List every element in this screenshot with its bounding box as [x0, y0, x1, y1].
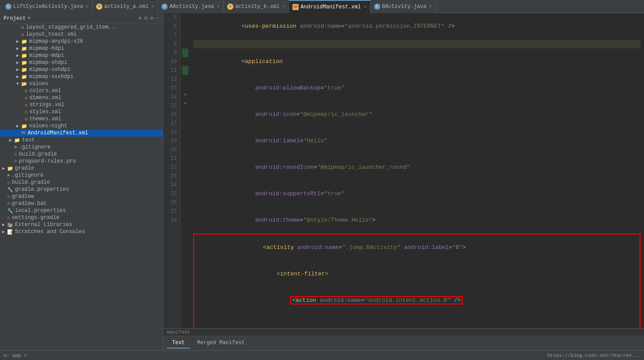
code-line-15: <intent-filter> [194, 261, 640, 287]
gutter: ▼ ▼ [181, 13, 190, 328]
xml-file-icon: ≋ [25, 88, 28, 94]
tab-bactivity[interactable]: C BActivity.java × [371, 0, 436, 13]
folder-icon: 📁 [21, 67, 27, 73]
gradlew-file-icon: ⚙ [7, 194, 10, 200]
sidebar-item-scratches[interactable]: ▶ 📝 Scratches and Consoles [0, 228, 163, 235]
minimize-icon[interactable]: — [156, 15, 159, 22]
sidebar-item-settings-gradle[interactable]: ⚙ settings.gradle [0, 214, 163, 221]
sidebar-item-gradlew-bat[interactable]: ≡ gradlew.bat [0, 200, 163, 207]
sidebar-item-mipmap-xxhdpi[interactable]: ▶ 📁 mipmap-xxhdpi [0, 66, 163, 73]
code-content[interactable]: <uses-permission android:name="android.p… [190, 13, 644, 328]
sidebar-item-layout-toast[interactable]: ≋ layout_toast.xml [0, 31, 163, 38]
tab-close-lifecycle[interactable]: × [86, 4, 89, 9]
git-file-icon: ⚑ [14, 145, 17, 150]
tab-close-aactivity[interactable]: × [217, 4, 220, 9]
sidebar-item-colors[interactable]: ≋ colors.xml [0, 87, 163, 94]
sidebar-item-mipmap-xxxhdpi[interactable]: ▶ 📁 mipmap-xxxhdpi [0, 73, 163, 80]
fold-arrow-14[interactable]: ▼ [181, 93, 190, 101]
image-gutter-9 [182, 48, 188, 57]
code-line-14: <activity android:name=".jump.BActivity"… [194, 234, 640, 261]
code-container: 5 6 7 8 9 10 11 12 13 14 15 16 17 18 19 … [163, 13, 644, 328]
tab-aactivity[interactable]: C AActivity.java × [158, 0, 223, 13]
code-line-17 [194, 314, 640, 323]
code-line-16: <action android:name="android.intent.act… [194, 287, 640, 314]
folder-icon: 📁 [21, 60, 27, 66]
tab-activity-b[interactable]: X activity_b.xml × [224, 0, 289, 13]
tab-close-bactivity[interactable]: × [429, 4, 432, 9]
dropdown-arrow-icon[interactable]: ▼ [27, 16, 30, 21]
tab-activity-a[interactable]: X activity_a.xml × [93, 0, 158, 13]
sidebar-item-values-night[interactable]: ▶ 📁 values-night [0, 122, 163, 130]
code-line-7: <application [193, 48, 640, 75]
code-line-12: android:supportsRtl="true" [193, 181, 640, 207]
main-area: Project ▼ ⊕ ⊟ ⚙ — ≋ layout_staggered_gri… [0, 13, 644, 350]
image-gutter-11 [182, 66, 188, 75]
sidebar-item-build-gradle1[interactable]: ⚙ build.gradle [0, 151, 163, 158]
sidebar-item-gradle-folder[interactable]: ▶ 📁 gradle [0, 165, 163, 172]
status-right: https://blog.csdn.net/YKarren... [547, 353, 640, 358]
collapse-icon[interactable]: ⊟ [144, 15, 147, 22]
scratch-icon: 📝 [7, 229, 13, 235]
sidebar-item-gradle-properties[interactable]: 🔧 gradle.properties [0, 186, 163, 193]
xml-file-icon: ≋ [21, 32, 24, 37]
sidebar-item-gradlew[interactable]: ⚙ gradlew [0, 193, 163, 200]
settings-icon[interactable]: ⚙ [150, 15, 154, 22]
editor-area: 5 6 7 8 9 10 11 12 13 14 15 16 17 18 19 … [163, 13, 644, 350]
tab-merged-manifest[interactable]: Merged Manifest [192, 338, 250, 349]
gradle-file-icon: ⚙ [7, 180, 10, 186]
bat-file-icon: ≡ [7, 201, 10, 206]
sidebar-item-mipmap-xhdpi[interactable]: ▶ 📁 mipmap-xhdpi [0, 59, 163, 66]
tab-lifecycle[interactable]: C LiftCycleActivity.java × [2, 0, 93, 13]
sidebar-item-styles[interactable]: ≋ styles.xml [0, 108, 163, 115]
txt-file-icon: ≡ [14, 159, 17, 164]
sidebar-toolbar: ⊕ ⊟ ⚙ — [139, 15, 159, 22]
tab-icon-aactivity: C [161, 4, 168, 10]
status-left: n: app × [4, 353, 27, 358]
tab-label-aactivity: AActivity.java [169, 4, 214, 10]
sidebar-item-proguard[interactable]: ≡ proguard-rules.pro [0, 158, 163, 165]
sidebar-item-dimens[interactable]: ≋ dimens.xml [0, 94, 163, 101]
sidebar-item-local-properties[interactable]: 🔧 local.properties [0, 207, 163, 214]
tab-label-bactivity: BActivity.java [382, 4, 427, 10]
tab-close-activity-a[interactable]: × [151, 4, 154, 9]
sidebar-item-strings[interactable]: ≋ strings.xml [0, 101, 163, 108]
fold-arrow-15[interactable]: ▼ [181, 101, 190, 110]
sidebar-item-test[interactable]: ▶ 📁 test [0, 137, 163, 144]
library-icon: 📚 [7, 222, 13, 228]
sidebar-item-android-manifest[interactable]: MF AndroidManifest.xml [0, 130, 163, 137]
folder-icon: 📁 [7, 166, 13, 171]
tab-label-activity-a: activity_a.xml [104, 4, 149, 10]
sidebar-item-external-libraries[interactable]: ▶ 📚 External Libraries [0, 221, 163, 228]
sidebar-item-gitignore2[interactable]: ⚑ .gitignore [0, 172, 163, 179]
gradle-file-icon: ⚙ [14, 152, 17, 157]
line-numbers: 5 6 7 8 9 10 11 12 13 14 15 16 17 18 19 … [163, 13, 181, 328]
sidebar-item-themes[interactable]: ≋ themes.xml [0, 115, 163, 122]
tab-icon-activity-a: X [96, 4, 102, 10]
sidebar-item-layout-staggered[interactable]: ≋ layout_staggered_grid_item... [0, 24, 163, 31]
code-line-11: android:roundIcon="@mipmap/ic_launcher_r… [193, 154, 640, 181]
tab-close-manifest[interactable]: × [363, 4, 367, 10]
expand-arrow-icon: ▶ [14, 60, 21, 65]
tab-close-activity-b[interactable]: × [282, 4, 285, 9]
properties-file-icon: 🔧 [7, 187, 13, 193]
xml-file-icon: ≋ [25, 109, 28, 115]
sidebar-item-gitignore1[interactable]: ⚑ .gitignore [0, 144, 163, 151]
code-line-10: android:label="Hello" [193, 128, 640, 154]
bottom-panel: manifest Text Merged Manifest [163, 328, 644, 350]
code-line-13: android:theme="@style/Theme.Hello"> [193, 207, 640, 234]
sidebar-item-values[interactable]: ▼ 📂 values [0, 80, 163, 87]
sidebar-item-build-gradle2[interactable]: ⚙ build.gradle [0, 179, 163, 186]
xml-file-icon: ≋ [25, 116, 28, 122]
sidebar-item-mipmap-mdpi[interactable]: ▶ 📁 mipmap-mdpi [0, 52, 163, 59]
sidebar-item-mipmap-hdpi[interactable]: ▶ 📁 mipmap-hdpi [0, 45, 163, 52]
expand-arrow-icon: ▶ [14, 67, 21, 72]
code-line-6 [193, 40, 640, 48]
status-bar: n: app × https://blog.csdn.net/YKarren..… [0, 350, 644, 360]
folder-icon: 📁 [14, 137, 20, 143]
tab-text[interactable]: Text [167, 338, 190, 349]
sidebar-item-mipmap-anydpi[interactable]: ▶ 📁 mipmap-anydpi-v26 [0, 38, 163, 45]
tab-manifest[interactable]: MF AndroidManifest.xml × [289, 0, 370, 13]
tab-icon-bactivity: C [374, 4, 380, 10]
expand-arrow-icon: ▶ [7, 137, 14, 143]
sync-icon[interactable]: ⊕ [139, 15, 142, 22]
